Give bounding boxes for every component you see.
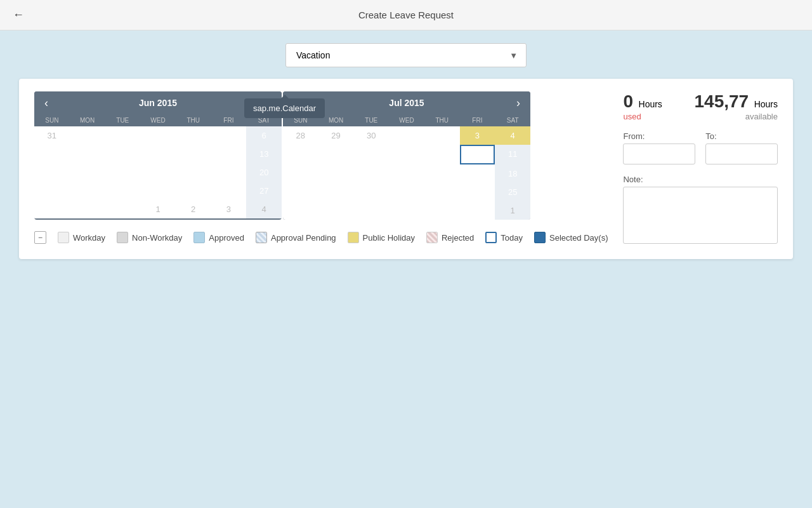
to-input[interactable] [705, 144, 778, 164]
legend-item-today: Today [485, 232, 523, 243]
calendar-day[interactable]: 23 [105, 182, 140, 200]
calendar-day[interactable]: 6 [318, 145, 354, 164]
calendar-day[interactable]: 29 [389, 201, 424, 220]
back-button[interactable]: ← [13, 8, 24, 22]
legend-swatch-approval-pending [256, 232, 267, 243]
calendar-day[interactable]: 3 [211, 200, 247, 218]
calendar-day[interactable]: 24 [140, 182, 176, 200]
calendar-day[interactable]: 11 [176, 145, 211, 163]
calendar-day[interactable]: 29 [70, 200, 105, 218]
hours-row: 0 Hours used 145,77 Hours available [623, 91, 778, 121]
calendar-day[interactable]: 21 [353, 183, 389, 201]
legend-swatch-public-holiday [348, 232, 359, 243]
calendar-day[interactable]: 21 [34, 182, 70, 200]
calendar-section: ‹Jun 2015SUNMONTUEWEDTHUFRISAT3112345678… [34, 91, 608, 246]
note-textarea[interactable] [623, 187, 778, 244]
calendar-day[interactable]: 1 [140, 200, 176, 218]
hours-used-number: 0 [623, 91, 633, 111]
calendar-day[interactable]: 27 [246, 182, 282, 200]
calendar-day[interactable]: 30 [353, 126, 389, 145]
calendar-day[interactable]: 4 [176, 126, 211, 145]
calendar-day[interactable]: 2 [424, 126, 460, 145]
calendar-day[interactable]: 17 [140, 163, 176, 182]
calendar-day[interactable]: 17 [460, 164, 495, 183]
from-input[interactable] [623, 144, 695, 164]
calendar-prev-button[interactable]: ‹ [39, 97, 53, 110]
calendar-day[interactable]: 20 [318, 183, 354, 201]
calendar-day[interactable]: 12 [283, 164, 318, 183]
calendar-day[interactable]: 2 [105, 126, 140, 145]
calendar-day[interactable]: 15 [70, 163, 105, 182]
calendar-day-header: THU [424, 114, 460, 126]
calendar-day[interactable]: 22 [389, 183, 424, 201]
calendar-day[interactable]: 4 [495, 126, 530, 145]
calendar-header-jul2015: Jul 2015› [283, 91, 530, 114]
calendar-day[interactable]: 1 [70, 126, 105, 145]
calendar-day[interactable]: 9 [105, 145, 140, 163]
calendar-day[interactable]: 20 [246, 163, 282, 182]
calendar-day[interactable]: 6 [246, 126, 282, 145]
calendar-day[interactable]: 18 [495, 164, 530, 183]
calendar-day[interactable]: 3 [460, 126, 495, 145]
calendar-day[interactable]: 23 [424, 183, 460, 201]
calendar-day[interactable]: 10 [140, 145, 176, 163]
calendar-day[interactable]: 2 [176, 200, 211, 218]
calendar-day[interactable]: 22 [70, 182, 105, 200]
calendar-day[interactable]: 14 [353, 164, 389, 183]
legend-label-rejected: Rejected [442, 233, 474, 243]
calendar-day[interactable]: 31 [34, 126, 70, 145]
calendar-day[interactable]: 16 [424, 164, 460, 183]
calendar-day[interactable]: 28 [353, 201, 389, 220]
calendar-day[interactable]: 8 [389, 145, 424, 164]
calendar-day[interactable]: 14 [34, 163, 70, 182]
calendar-jun2015: ‹Jun 2015SUNMONTUEWEDTHUFRISAT3112345678… [34, 91, 282, 220]
legend-item-non-workday: Non-Workday [117, 232, 182, 243]
calendar-day[interactable]: 24 [460, 183, 495, 201]
calendar-day[interactable]: 29 [318, 126, 354, 145]
calendar-day[interactable]: 15 [389, 164, 424, 183]
calendar-day[interactable]: 16 [105, 163, 140, 182]
calendar-day[interactable]: 30 [424, 201, 460, 220]
calendar-day[interactable]: 19 [283, 183, 318, 201]
calendar-day[interactable]: 26 [211, 182, 247, 200]
legend-collapse-button[interactable]: − [34, 231, 46, 244]
right-section: 0 Hours used 145,77 Hours available From… [623, 91, 778, 246]
leave-type-select[interactable]: Vacation Sick Leave Personal [285, 43, 527, 67]
calendar-day-header: SAT [495, 114, 530, 126]
calendars-row: ‹Jun 2015SUNMONTUEWEDTHUFRISAT3112345678… [34, 91, 608, 220]
calendar-day[interactable]: 31 [460, 201, 495, 220]
calendar-day[interactable]: 10 [460, 145, 495, 164]
calendar-day[interactable]: 13 [246, 145, 282, 163]
calendar-day[interactable]: 8 [70, 145, 105, 163]
legend-label-public-holiday: Public Holiday [363, 233, 415, 243]
calendar-day[interactable]: 18 [176, 163, 211, 182]
calendar-day-header: THU [176, 114, 211, 126]
calendar-day-header: TUE [353, 114, 389, 126]
calendar-next-button[interactable]: › [511, 97, 525, 110]
calendar-day[interactable]: 30 [105, 200, 140, 218]
calendar-day[interactable]: 12 [211, 145, 247, 163]
legend-item-approved: Approved [193, 232, 244, 243]
calendar-day[interactable]: 28 [283, 126, 318, 145]
calendar-day[interactable]: 7 [34, 145, 70, 163]
used-label: used [623, 112, 662, 121]
calendar-day-header: MON [70, 114, 105, 126]
calendar-day[interactable]: 5 [211, 126, 247, 145]
calendar-day[interactable]: 25 [495, 183, 530, 201]
calendar-day[interactable]: 9 [424, 145, 460, 164]
calendar-day[interactable]: 13 [318, 164, 354, 183]
legend-section: − WorkdayNon-WorkdayApprovedApproval Pen… [34, 231, 608, 244]
calendar-day[interactable]: 25 [176, 182, 211, 200]
calendar-day[interactable]: 1 [389, 126, 424, 145]
calendar-day[interactable]: 3 [140, 126, 176, 145]
page-title: Create Leave Request [358, 10, 454, 20]
calendar-day[interactable]: 11 [495, 145, 530, 164]
calendar-day[interactable]: 26 [283, 201, 318, 220]
calendar-day[interactable]: 5 [283, 145, 318, 164]
calendar-day[interactable]: 4 [246, 200, 282, 218]
calendar-day[interactable]: 27 [318, 201, 354, 220]
calendar-day[interactable]: 7 [353, 145, 389, 164]
calendar-day[interactable]: 19 [211, 163, 247, 182]
calendar-day[interactable]: 28 [34, 200, 70, 218]
calendar-day[interactable]: 1 [495, 201, 530, 220]
